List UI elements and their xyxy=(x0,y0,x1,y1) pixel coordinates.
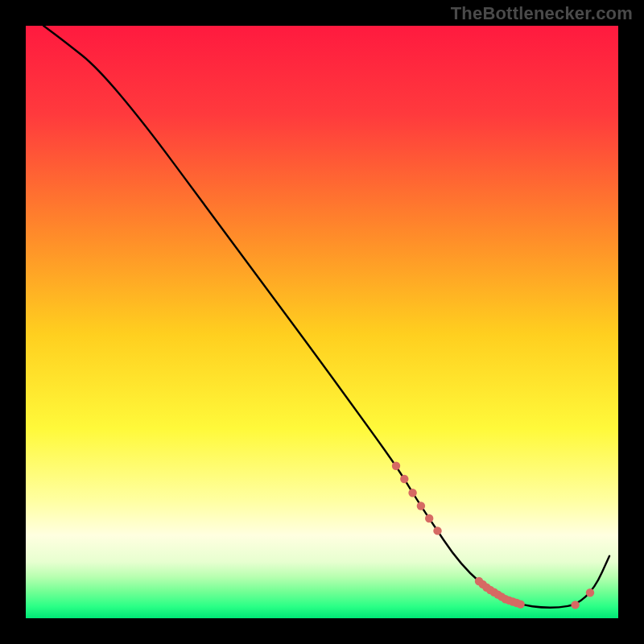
data-marker xyxy=(571,601,579,609)
data-marker xyxy=(417,502,425,510)
data-marker xyxy=(516,600,524,608)
data-marker xyxy=(400,475,408,483)
data-marker xyxy=(433,526,441,535)
gradient-plot-area xyxy=(26,26,618,618)
watermark-label: TheBottlenecker.com xyxy=(451,3,633,24)
bottleneck-chart xyxy=(0,0,644,644)
data-marker xyxy=(408,489,416,497)
data-marker xyxy=(425,514,433,522)
data-marker xyxy=(586,588,594,597)
chart-stage: TheBottlenecker.com xyxy=(0,0,644,644)
data-marker xyxy=(392,462,400,470)
